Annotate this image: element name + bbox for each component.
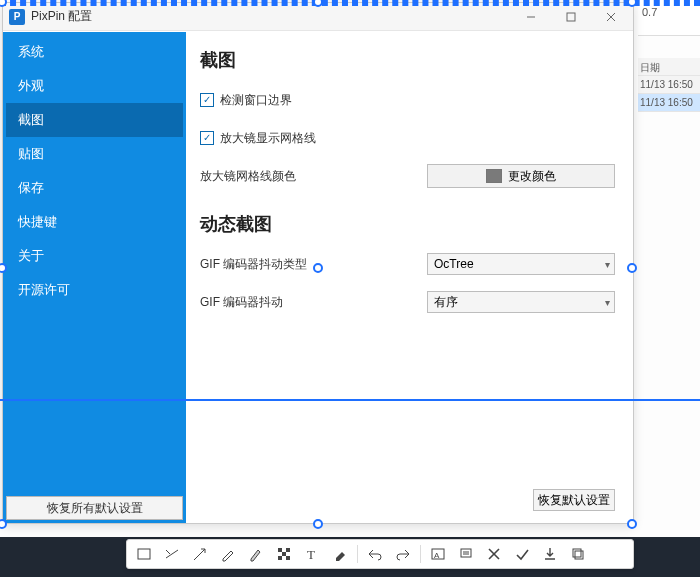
app-logo-icon: P — [9, 9, 25, 25]
svg-rect-16 — [461, 549, 471, 557]
sidebar-item-license[interactable]: 开源许可 — [6, 273, 183, 307]
svg-rect-8 — [278, 548, 282, 552]
gif-dither-type-select[interactable]: OcTree ▾ — [427, 253, 615, 275]
download-icon[interactable] — [537, 542, 563, 566]
close-button[interactable] — [591, 4, 631, 30]
section-screenshot-title: 截图 — [200, 48, 615, 72]
chevron-down-icon: ▾ — [605, 259, 610, 270]
svg-rect-4 — [138, 549, 150, 559]
svg-rect-1 — [567, 13, 575, 21]
minimize-button[interactable] — [511, 4, 551, 30]
line-icon[interactable] — [159, 542, 185, 566]
copy-icon[interactable] — [565, 542, 591, 566]
sidebar-label: 系统 — [18, 44, 44, 59]
gif-dither-value: 有序 — [434, 294, 458, 311]
svg-text:A: A — [434, 551, 440, 560]
annotation-toolbar: T A — [126, 539, 634, 569]
toolbar-separator — [420, 545, 421, 563]
color-swatch-icon — [486, 169, 502, 183]
text-icon[interactable]: T — [299, 542, 325, 566]
sidebar-item-pin[interactable]: 贴图 — [6, 137, 183, 171]
detect-window-edge-checkbox[interactable] — [200, 93, 214, 107]
change-color-button[interactable]: 更改颜色 — [427, 164, 615, 188]
sidebar-item-appearance[interactable]: 外观 — [6, 69, 183, 103]
gif-dither-type-value: OcTree — [434, 257, 474, 271]
sidebar-label: 开源许可 — [18, 282, 70, 297]
gif-dither-select[interactable]: 有序 ▾ — [427, 291, 615, 313]
svg-rect-21 — [575, 551, 583, 559]
main-panel: 截图 检测窗口边界 放大镜显示网格线 放大镜网格线颜色 更改颜色 — [186, 32, 633, 523]
rect-icon[interactable] — [131, 542, 157, 566]
undo-icon[interactable] — [362, 542, 388, 566]
svg-rect-9 — [286, 548, 290, 552]
toolbar-separator — [357, 545, 358, 563]
cancel-icon[interactable] — [481, 542, 507, 566]
change-color-label: 更改颜色 — [508, 168, 556, 185]
maximize-button[interactable] — [551, 4, 591, 30]
bg-row-1: 11/13 16:50 — [638, 76, 700, 94]
svg-rect-22 — [573, 549, 581, 557]
ocr-icon[interactable]: A — [425, 542, 451, 566]
redo-icon[interactable] — [390, 542, 416, 566]
pen-icon[interactable] — [215, 542, 241, 566]
sidebar-label: 快捷键 — [18, 214, 57, 229]
arrow-icon[interactable] — [187, 542, 213, 566]
detect-window-edge-label: 检测窗口边界 — [220, 92, 292, 109]
magnifier-grid-checkbox[interactable] — [200, 131, 214, 145]
reset-all-button[interactable]: 恢复所有默认设置 — [6, 496, 183, 520]
titlebar[interactable]: P PixPin 配置 — [3, 3, 633, 31]
confirm-icon[interactable] — [509, 542, 535, 566]
magnifier-grid-label: 放大镜显示网格线 — [220, 130, 316, 147]
gif-dither-label: GIF 编码器抖动 — [200, 294, 400, 311]
mosaic-icon[interactable] — [271, 542, 297, 566]
sidebar-item-about[interactable]: 关于 — [6, 239, 183, 273]
bg-row-2: 11/13 16:50 — [638, 94, 700, 112]
svg-text:T: T — [307, 547, 315, 562]
sidebar-label: 关于 — [18, 248, 44, 263]
marker-icon[interactable] — [243, 542, 269, 566]
bg-header: 0.7 — [638, 0, 700, 36]
grid-color-label: 放大镜网格线颜色 — [200, 168, 400, 185]
gif-dither-type-label: GIF 编码器抖动类型 — [200, 256, 400, 273]
sidebar-label: 外观 — [18, 78, 44, 93]
sidebar-label: 截图 — [18, 112, 44, 127]
eraser-icon[interactable] — [327, 542, 353, 566]
sidebar: 系统 外观 截图 贴图 保存 快捷键 关于 开源许可 恢复所有默认设置 — [3, 32, 186, 523]
svg-rect-10 — [282, 552, 286, 556]
settings-window: P PixPin 配置 系统 外观 截图 贴图 保存 快捷键 关于 开源许可 — [2, 2, 634, 524]
bg-version: 0.7 — [642, 6, 657, 18]
svg-line-7 — [194, 549, 205, 560]
window-title: PixPin 配置 — [31, 8, 511, 25]
sidebar-item-hotkeys[interactable]: 快捷键 — [6, 205, 183, 239]
svg-rect-12 — [286, 556, 290, 560]
sidebar-item-system[interactable]: 系统 — [6, 35, 183, 69]
section-dynamic-title: 动态截图 — [200, 212, 615, 236]
sidebar-label: 保存 — [18, 180, 44, 195]
sidebar-item-save[interactable]: 保存 — [6, 171, 183, 205]
svg-line-6 — [166, 550, 170, 554]
restore-default-button[interactable]: 恢复默认设置 — [533, 489, 615, 511]
bg-col-date: 日期 — [638, 58, 700, 76]
chevron-down-icon: ▾ — [605, 297, 610, 308]
sidebar-label: 贴图 — [18, 146, 44, 161]
sidebar-item-screenshot[interactable]: 截图 — [6, 103, 183, 137]
svg-rect-11 — [278, 556, 282, 560]
pin-icon[interactable] — [453, 542, 479, 566]
